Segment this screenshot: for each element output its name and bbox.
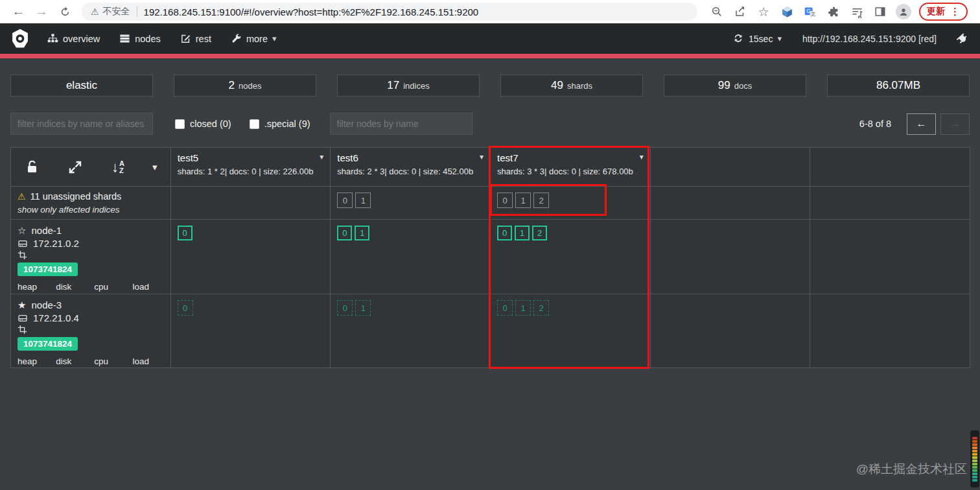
sort-az-icon[interactable]: ↓AZ (110, 159, 126, 176)
browser-update-button[interactable]: 更新 ⋮ (919, 3, 968, 21)
stat-box-indices: 17indices (337, 75, 480, 97)
not-secure-icon[interactable]: ⚠ (91, 6, 99, 17)
shards-cell-node-1-test6: 01 (331, 220, 491, 294)
index-menu-caret[interactable]: ▾ (480, 152, 484, 161)
closed-label: closed (0) (190, 119, 231, 129)
zoom-icon[interactable] (708, 3, 725, 20)
special-checkbox[interactable] (250, 119, 259, 129)
browser-toolbar: ← → ⚠ 不安全 192.168.245.151:9100/#!/overvi… (0, 0, 980, 23)
shards-cell-node-3-test5: 0 (171, 294, 331, 368)
star-outline-icon[interactable]: ☆ (18, 224, 26, 237)
warning-icon: ⚠ (18, 191, 26, 202)
shard-box-1[interactable]: 1 (515, 300, 531, 316)
svg-text:文: 文 (810, 11, 815, 17)
translate-icon[interactable]: G文 (802, 3, 819, 20)
stat-value: 2 (229, 79, 235, 92)
show-affected-indices-link[interactable]: show only affected indices (18, 205, 164, 215)
shard-box-2[interactable]: 2 (533, 192, 549, 208)
star-filled-icon[interactable]: ★ (18, 299, 26, 312)
index-menu-caret[interactable]: ▾ (320, 152, 323, 161)
metric-load: load (132, 281, 163, 294)
empty-cell (651, 294, 811, 368)
shard-box-0[interactable]: 0 (337, 192, 353, 208)
filter-indices-input[interactable] (10, 113, 153, 135)
browser-menu-icon[interactable]: ⋮ (950, 6, 960, 18)
forward-icon[interactable]: → (33, 3, 50, 20)
shard-box-0[interactable]: 0 (178, 300, 193, 316)
elasticsearch-head-logo[interactable] (9, 28, 31, 50)
shard-box-1[interactable]: 1 (355, 300, 371, 316)
stat-box-docs: 99docs (664, 75, 806, 97)
shard-box-0[interactable]: 0 (497, 226, 512, 240)
nav-item-nodes[interactable]: nodes (110, 33, 170, 44)
stat-box-nodes: 2nodes (174, 75, 316, 97)
stat-box-86.07MB: 86.07MB (827, 75, 970, 97)
node-ip: 172.21.0.4 (33, 312, 79, 325)
nav-item-more[interactable]: more ▾ (221, 33, 286, 44)
share-icon[interactable] (732, 3, 749, 20)
pagination-prev-button[interactable]: ← (907, 113, 936, 135)
shard-box-0[interactable]: 0 (497, 300, 513, 316)
shard-box-2[interactable]: 2 (533, 300, 549, 316)
refresh-interval-dropdown[interactable]: 15sec ▾ (733, 33, 782, 44)
nav-label-overview: overview (63, 34, 100, 44)
unassigned-cell-test5 (171, 187, 331, 220)
reload-icon[interactable] (56, 3, 73, 20)
shard-box-0[interactable]: 0 (497, 192, 513, 208)
shard-box-0[interactable]: 0 (337, 300, 353, 316)
sitemap-icon (47, 33, 58, 44)
navbar-right: 15sec ▾ http://192.168.245.151:9200 [red… (733, 32, 974, 45)
node-memory-badge: 1073741824 (18, 262, 78, 276)
extension-cube-icon[interactable] (778, 3, 795, 20)
nav-item-overview[interactable]: overview (38, 33, 110, 44)
shard-box-1[interactable]: 1 (515, 226, 530, 240)
empty-cell (810, 187, 970, 220)
shard-box-1[interactable]: 1 (355, 192, 371, 208)
chevron-down-icon: ▾ (777, 34, 782, 43)
reading-mode-icon[interactable] (872, 3, 889, 20)
metric-load: load (132, 355, 163, 368)
nav-label-rest: rest (196, 34, 211, 44)
unassigned-cell-test6: 01 (331, 187, 491, 220)
media-controls-icon[interactable] (848, 3, 865, 20)
special-checkbox-group[interactable]: .special (9) (250, 119, 310, 129)
index-name: test6 (337, 152, 358, 163)
bookmark-star-icon[interactable]: ☆ (755, 3, 772, 20)
unassigned-count: 11 unassigned shards (30, 191, 122, 202)
empty-cell (810, 294, 970, 368)
stat-value: 49 (551, 79, 563, 92)
cluster-connection-url[interactable]: http://192.168.245.151:9200 [red] (802, 34, 937, 44)
connect-plug-icon[interactable] (956, 32, 968, 45)
url-text[interactable]: 192.168.245.151:9100/#!/overview?host=ht… (144, 6, 479, 18)
stat-box-shards: 49shards (500, 75, 643, 97)
node-cell-node-1: ☆ node-1 172.21.0.2 1073741824 heap disk… (11, 220, 171, 294)
chevron-down-icon[interactable]: ▾ (152, 161, 158, 173)
shards-cell-node-3-test6: 01 (331, 294, 491, 368)
index-menu-caret[interactable]: ▾ (640, 152, 644, 161)
stat-value: elastic (66, 79, 97, 92)
extensions-puzzle-icon[interactable] (825, 3, 842, 20)
stat-label: docs (734, 81, 752, 91)
shards-cell-node-1-test7: 012 (491, 220, 651, 294)
shard-box-1[interactable]: 1 (355, 226, 369, 240)
unassigned-shards-cell: ⚠ 11 unassigned shards show only affecte… (11, 187, 171, 220)
shard-box-1[interactable]: 1 (515, 192, 531, 208)
filter-nodes-input[interactable] (330, 113, 472, 135)
pagination-next-button[interactable]: → (940, 113, 970, 135)
back-icon[interactable]: ← (10, 3, 27, 20)
nav-item-rest[interactable]: rest (170, 33, 221, 44)
closed-checkbox-group[interactable]: closed (0) (175, 119, 231, 129)
index-summary: shards: 1 * 2| docs: 0 | size: 226.00b (178, 167, 324, 176)
shard-box-2[interactable]: 2 (532, 226, 547, 240)
cluster-stats-row: elastic2nodes17indices49shards99docs86.0… (10, 75, 970, 97)
profile-avatar[interactable] (895, 3, 912, 20)
unlock-icon[interactable] (24, 159, 41, 176)
index-header-test5: test5 ▾ shards: 1 * 2| docs: 0 | size: 2… (171, 148, 331, 187)
shards-cell-node-1-test5: 0 (171, 220, 331, 294)
closed-checkbox[interactable] (175, 119, 185, 129)
color-strip (970, 430, 979, 487)
expand-icon[interactable] (67, 159, 84, 176)
shard-box-0[interactable]: 0 (337, 226, 352, 240)
shard-box-0[interactable]: 0 (178, 226, 192, 240)
address-bar[interactable]: ⚠ 不安全 192.168.245.151:9100/#!/overview?h… (82, 3, 697, 21)
